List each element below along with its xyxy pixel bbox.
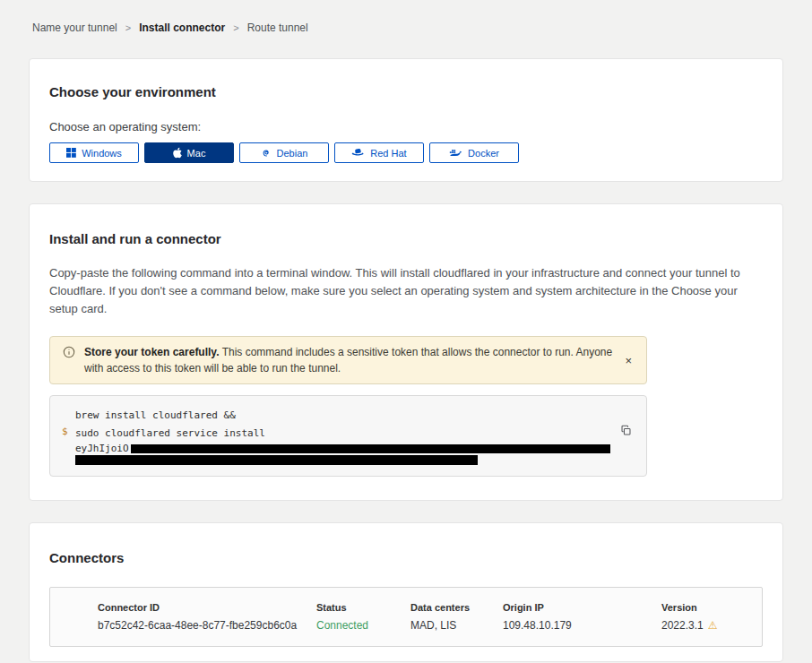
os-button-docker[interactable]: Docker [429, 142, 519, 163]
info-icon [63, 346, 75, 362]
os-select-label: Choose an operating system: [49, 120, 763, 133]
install-description: Copy-paste the following command into a … [49, 264, 762, 318]
header-origin-ip: Origin IP [503, 602, 661, 613]
connectors-table: Connector ID Status Data centers Origin … [49, 587, 763, 647]
code-line-service-install: sudo cloudflared service install [75, 425, 632, 443]
table-header-row: Connector ID Status Data centers Origin … [50, 588, 762, 613]
os-button-label: Docker [468, 148, 499, 159]
shell-prompt: $ [62, 426, 68, 437]
environment-card-title: Choose your environment [49, 84, 763, 99]
breadcrumb-separator: > [125, 22, 131, 33]
token-warning-text: Store your token carefully. This command… [84, 344, 612, 376]
os-button-label: Windows [82, 148, 122, 159]
apple-icon [173, 147, 182, 159]
connectors-card-title: Connectors [49, 550, 763, 565]
breadcrumb-separator: > [233, 22, 238, 33]
os-button-redhat[interactable]: Red Hat [334, 142, 424, 163]
breadcrumb-route-tunnel[interactable]: Route tunnel [247, 22, 308, 34]
cell-origin-ip: 109.48.10.179 [503, 619, 661, 632]
windows-icon [66, 148, 76, 158]
connectors-card: Connectors Connector ID Status Data cent… [29, 522, 783, 662]
header-status: Status [316, 602, 410, 613]
redacted-token-bar [131, 444, 610, 453]
code-token-line: eyJhIjoiO [75, 443, 632, 454]
docker-icon [449, 148, 462, 158]
token-warning-title: Store your token carefully. [84, 346, 220, 358]
os-button-row: Windows Mac Debian Red Hat Docker [49, 142, 763, 163]
table-row: b7c52c42-6caa-48ee-8c77-fbe259cb6c0a Con… [50, 613, 762, 646]
install-command-codeblock: $ brew install cloudflared && sudo cloud… [49, 395, 647, 477]
os-button-label: Red Hat [370, 148, 406, 159]
install-card-title: Install and run a connector [49, 231, 763, 246]
cell-data-centers: MAD, LIS [410, 619, 503, 632]
redhat-icon [351, 148, 365, 158]
os-button-debian[interactable]: Debian [239, 142, 329, 163]
cell-connector-id: b7c52c42-6caa-48ee-8c77-fbe259cb6c0a [50, 619, 316, 632]
os-button-windows[interactable]: Windows [49, 142, 139, 163]
choose-environment-card: Choose your environment Choose an operat… [29, 58, 783, 182]
redacted-token-bar [75, 455, 478, 465]
token-warning-alert: Store your token carefully. This command… [49, 336, 647, 384]
breadcrumb: Name your tunnel > Install connector > R… [0, 0, 812, 34]
header-version: Version [661, 602, 762, 613]
os-button-label: Debian [277, 148, 308, 159]
copy-icon[interactable] [618, 423, 634, 441]
install-connector-card: Install and run a connector Copy-paste t… [29, 203, 783, 501]
version-value: 2022.3.1 [661, 619, 704, 632]
status-badge: Connected [316, 619, 410, 632]
header-data-centers: Data centers [410, 602, 503, 613]
os-button-label: Mac [187, 148, 206, 159]
header-connector-id: Connector ID [50, 602, 316, 613]
cell-version: 2022.3.1 ⚠ [661, 619, 762, 632]
breadcrumb-install-connector[interactable]: Install connector [139, 22, 225, 34]
os-button-mac[interactable]: Mac [144, 142, 234, 163]
version-warning-icon: ⚠ [708, 620, 718, 631]
debian-icon [261, 148, 272, 159]
token-prefix: eyJhIjoiO [75, 443, 129, 454]
close-icon[interactable]: × [621, 352, 635, 369]
code-line-brew-install: brew install cloudflared && [75, 407, 632, 425]
breadcrumb-name-your-tunnel[interactable]: Name your tunnel [32, 22, 117, 34]
